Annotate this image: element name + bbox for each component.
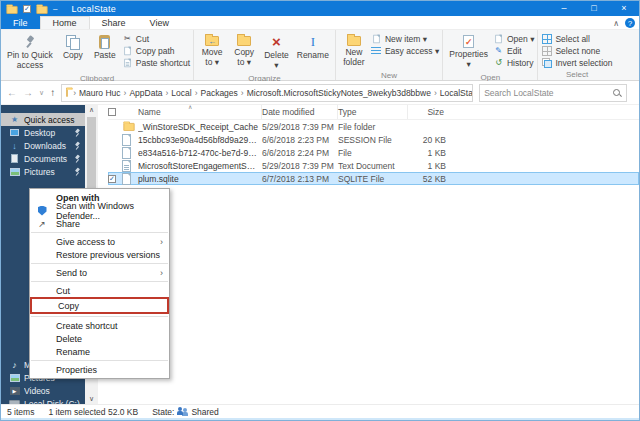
explorer-folder-icon: [6, 6, 17, 14]
qat-new-folder-icon[interactable]: [36, 6, 47, 14]
check-glyph: ✓: [109, 175, 115, 182]
breadcrumb-segment[interactable]: Local: [170, 88, 192, 98]
new-item-button[interactable]: New item ▾: [371, 33, 439, 44]
history-button[interactable]: ↺ History: [493, 57, 534, 68]
menu-item-send-to[interactable]: Send to ›: [30, 266, 169, 279]
group-label-new: New: [339, 70, 439, 81]
paste-button[interactable]: Paste: [90, 31, 120, 63]
tab-file[interactable]: File: [1, 16, 40, 29]
file-row[interactable]: MicrosoftStoreEngagementSDKId.txt 5/29/2…: [108, 159, 639, 172]
breadcrumb-segment[interactable]: AppData: [128, 88, 163, 98]
ribbon: Pin to Quick access Copy Paste ✂ Cut: [1, 30, 639, 81]
copy-button[interactable]: Copy: [58, 31, 88, 63]
invert-selection-button[interactable]: Invert selection: [541, 57, 612, 68]
move-to-icon: ←: [205, 36, 219, 46]
search-icon[interactable]: [612, 88, 622, 98]
qat-customize-icon[interactable]: –: [53, 4, 57, 13]
forward-button[interactable]: →: [23, 87, 33, 98]
file-row[interactable]: _WinStoreSDK_Receipt_Cache 5/29/2018 7:3…: [108, 120, 639, 133]
menu-item-share[interactable]: ↗ Share: [30, 217, 169, 230]
context-menu: Open with Scan with Windows Defender... …: [29, 188, 170, 379]
pinned-icon: [74, 155, 81, 163]
move-to-button[interactable]: ← Move to ▾: [197, 31, 227, 70]
properties-button[interactable]: ✓ Properties ▾: [446, 31, 491, 72]
sidebar-item-desktop[interactable]: Desktop: [1, 126, 85, 139]
sidebar-item-pictures[interactable]: Pictures: [1, 165, 85, 178]
pinned-icon: [74, 129, 81, 137]
menu-item-give-access-to[interactable]: Give access to ›: [30, 235, 169, 248]
new-folder-button[interactable]: New folder: [339, 31, 369, 70]
crumb-separator: ›: [163, 88, 170, 98]
titlebar: ✓ – LocalState – □ ×: [1, 1, 639, 16]
open-button[interactable]: Open ▾: [493, 33, 534, 44]
paste-shortcut-button[interactable]: Paste shortcut: [122, 57, 190, 68]
breadcrumb-segment[interactable]: Mauro Huc: [78, 88, 122, 98]
menu-item-properties[interactable]: Properties: [30, 363, 169, 376]
column-header-type[interactable]: Type: [338, 105, 408, 119]
menu-item-copy[interactable]: Copy: [30, 297, 169, 314]
menu-separator: [31, 263, 168, 264]
minimize-ribbon-icon[interactable]: ∧: [613, 19, 619, 28]
pinned-icon: [74, 142, 81, 150]
pin-to-quick-access-button[interactable]: Pin to Quick access: [4, 31, 56, 73]
row-checkbox-checked[interactable]: ✓: [108, 175, 116, 183]
rename-button[interactable]: I Rename: [294, 31, 332, 63]
search-box[interactable]: [479, 84, 627, 102]
column-header-date-modified[interactable]: Date modified: [262, 105, 338, 119]
maximize-button[interactable]: □: [579, 1, 609, 16]
menu-item-scan-with-windows-defender[interactable]: Scan with Windows Defender...: [30, 204, 169, 217]
minimize-button[interactable]: –: [549, 1, 579, 16]
help-icon[interactable]: ?: [625, 18, 635, 28]
sidebar-item-quick-access[interactable]: ★ Quick access: [1, 113, 85, 126]
scroll-down-icon[interactable]: ∨: [85, 395, 98, 403]
sidebar-item-local-disk-c[interactable]: Local Disk (C:): [1, 397, 85, 404]
breadcrumb-segment[interactable]: Packages: [200, 88, 239, 98]
cut-button[interactable]: ✂ Cut: [122, 33, 190, 44]
menu-item-cut[interactable]: Cut: [30, 284, 169, 297]
menu-item-restore-previous-versions[interactable]: Restore previous versions: [30, 248, 169, 261]
document-icon: [9, 154, 20, 163]
sidebar-item-documents[interactable]: Documents: [1, 152, 85, 165]
qat-properties-icon[interactable]: ✓: [23, 5, 31, 13]
up-button[interactable]: ↑: [50, 87, 55, 98]
recent-locations-icon[interactable]: ∨: [39, 89, 44, 97]
menu-item-create-shortcut[interactable]: Create shortcut: [30, 319, 169, 332]
copy-to-icon: [237, 36, 251, 46]
copy-path-button[interactable]: Copy path: [122, 45, 190, 56]
easy-access-button[interactable]: Easy access ▾: [371, 45, 439, 56]
new-item-icon: [371, 33, 382, 45]
search-input[interactable]: [484, 88, 612, 98]
column-header-size[interactable]: Size: [408, 105, 450, 119]
crumb-separator: ›: [432, 88, 439, 98]
column-header-name[interactable]: Name ∧: [138, 105, 262, 119]
select-all-checkbox[interactable]: [108, 108, 116, 116]
sidebar-item-videos[interactable]: ▶ Videos: [1, 384, 85, 397]
menu-item-delete[interactable]: Delete: [30, 332, 169, 345]
breadcrumb-segment[interactable]: Microsoft.MicrosoftStickyNotes_8wekyb3d8…: [246, 88, 432, 98]
select-none-button[interactable]: Select none: [541, 45, 612, 56]
address-bar[interactable]: › Mauro Huc › AppData › Local › Packages…: [61, 84, 473, 102]
ribbon-group-select: Select all Select none Invert selection …: [538, 30, 615, 80]
select-all-button[interactable]: Select all: [541, 33, 612, 44]
copy-to-button[interactable]: Copy to ▾: [229, 31, 259, 70]
close-button[interactable]: ×: [609, 1, 639, 16]
rename-ibeam-icon: I: [311, 35, 315, 49]
sidebar-item-downloads[interactable]: ↓ Downloads: [1, 139, 85, 152]
tab-home[interactable]: Home: [40, 16, 90, 29]
menu-item-rename[interactable]: Rename: [30, 345, 169, 358]
delete-button[interactable]: × Delete ▾: [261, 31, 292, 73]
crumb-separator: ›: [193, 88, 200, 98]
file-row-selected[interactable]: ✓ plum.sqlite 6/7/2018 2:13 PM SQLITE Fi…: [108, 172, 639, 185]
state-value: Shared: [191, 407, 218, 417]
tab-view[interactable]: View: [138, 16, 181, 29]
column-headers: Name ∧ Date modified Type Size: [108, 105, 639, 120]
file-row[interactable]: e834a516-b712-470c-be7d-99d5fc4e7c 6/6/2…: [108, 146, 639, 159]
breadcrumb-segment[interactable]: LocalState: [439, 88, 473, 98]
tab-share[interactable]: Share: [90, 16, 138, 29]
file-list: Name ∧ Date modified Type Size _WinStore…: [98, 105, 639, 404]
file-row[interactable]: 15cbbc93e90a4d56bf8d9a29305b8981... 6/6/…: [108, 133, 639, 146]
edit-button[interactable]: ✎ Edit: [493, 45, 534, 56]
crumb-separator: ›: [122, 88, 129, 98]
back-button[interactable]: ←: [7, 87, 17, 98]
scroll-up-icon[interactable]: ∧: [85, 106, 98, 114]
